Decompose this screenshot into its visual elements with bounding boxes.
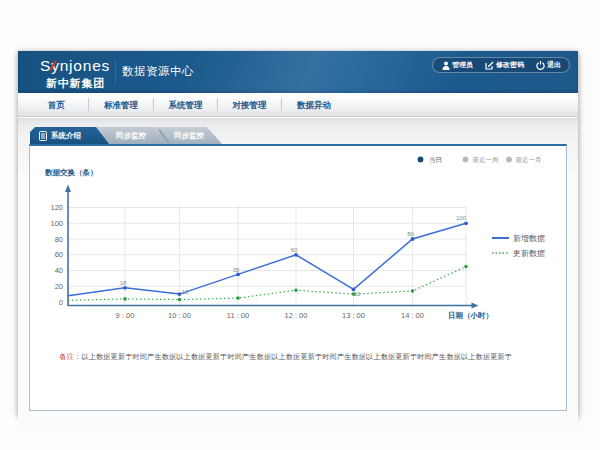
svg-text:11 : 00: 11 : 00: [227, 311, 249, 320]
svg-text:9 : 00: 9 : 00: [116, 311, 135, 320]
svg-text:100: 100: [50, 219, 63, 228]
svg-text:18: 18: [120, 280, 127, 286]
svg-text:数据交换（条）: 数据交换（条）: [44, 168, 98, 177]
svg-text:新增数据: 新增数据: [513, 234, 545, 243]
svg-text:日期（小时）: 日期（小时）: [448, 311, 493, 320]
svg-text:100: 100: [456, 215, 467, 221]
svg-text:10: 10: [182, 289, 189, 295]
svg-text:60: 60: [55, 250, 63, 259]
svg-text:60: 60: [291, 247, 298, 253]
svg-text:12 : 00: 12 : 00: [285, 311, 308, 320]
svg-text:40: 40: [55, 266, 63, 275]
svg-text:最近一周: 最近一周: [473, 156, 499, 163]
svg-text:最近一月: 最近一月: [516, 156, 542, 164]
svg-text:80: 80: [407, 231, 414, 237]
svg-text:14 : 00: 14 : 00: [401, 311, 424, 320]
svg-text:20: 20: [55, 282, 63, 291]
svg-text:120: 120: [50, 203, 63, 212]
svg-text:10 : 00: 10 : 00: [168, 311, 191, 320]
svg-text:10: 10: [354, 291, 361, 297]
svg-text:35: 35: [233, 267, 240, 273]
svg-text:0: 0: [59, 298, 63, 307]
svg-text:13 : 00: 13 : 00: [342, 311, 365, 320]
svg-text:80: 80: [55, 235, 63, 244]
svg-text:更新数据: 更新数据: [513, 249, 545, 258]
svg-text:当日: 当日: [429, 156, 442, 163]
